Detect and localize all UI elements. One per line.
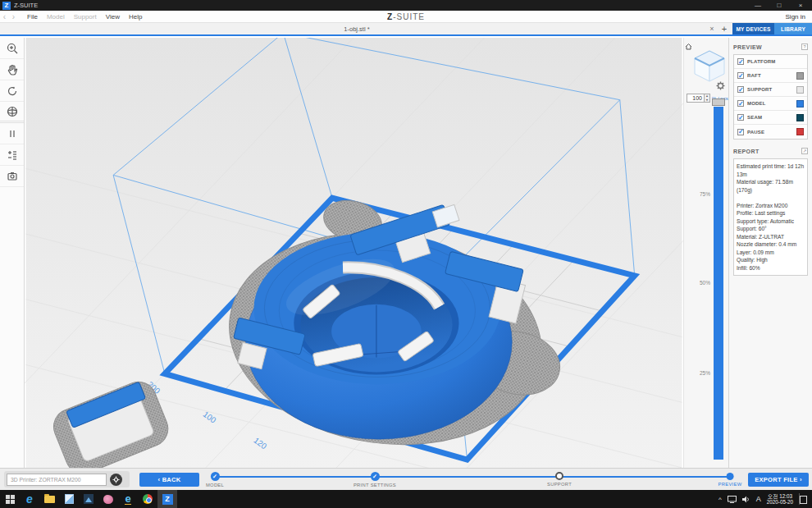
tray-expand-icon[interactable]: ^	[718, 496, 722, 503]
step-preview[interactable]: PREVIEW	[718, 469, 742, 487]
view-toolbar	[0, 38, 25, 468]
file-explorer-icon[interactable]	[39, 490, 59, 508]
rotate-icon[interactable]	[0, 80, 24, 102]
report-support: Support: 60°	[737, 225, 805, 233]
layer-value-stepper[interactable]: ▲▼	[705, 94, 710, 103]
report-infill: Infill: 60%	[737, 264, 805, 272]
step-support-dot-icon	[555, 472, 563, 480]
layer-slider-handle[interactable]	[712, 98, 725, 106]
report-printer: Printer: Zortrax M200	[737, 202, 805, 210]
document-tab[interactable]: 1-obj.stl *	[0, 25, 714, 33]
list-item-raft[interactable]: RAFT	[734, 69, 807, 83]
menu-help[interactable]: Help	[129, 13, 142, 21]
step-model-check-icon	[211, 472, 220, 481]
report-panel-title: REPORT	[733, 149, 760, 154]
brand-logo: Z-SUITE	[0, 12, 812, 21]
close-button[interactable]: ×	[796, 0, 805, 11]
sign-in-link[interactable]: Sign in	[786, 13, 812, 21]
pause-icon[interactable]	[0, 123, 24, 144]
viewport-3d[interactable]: 200 100 120	[25, 38, 683, 468]
orbit-icon[interactable]	[0, 102, 24, 123]
close-tab-icon[interactable]: ×	[707, 25, 717, 33]
menu-bar: ‹ › File Model Support View Help Z-SUITE…	[0, 11, 812, 23]
step-print-settings[interactable]: PRINT SETTINGS	[354, 469, 396, 487]
list-item-support[interactable]: SUPPORT	[734, 83, 807, 97]
step-preview-dot-icon	[727, 473, 734, 480]
step-model[interactable]: MODEL	[206, 469, 224, 487]
layer-value-input[interactable]: 100	[687, 94, 705, 103]
new-tab-icon[interactable]: +	[718, 24, 730, 34]
ime-indicator[interactable]: A	[756, 495, 761, 503]
settings-gear-icon[interactable]	[716, 81, 725, 90]
snapshot-icon[interactable]	[0, 166, 24, 187]
layers-icon[interactable]	[0, 144, 24, 166]
printer-selector[interactable]: 3D Printer: ZORTRAX M200	[7, 474, 107, 486]
list-item-pause[interactable]: PAUSE	[734, 125, 807, 139]
menu-file[interactable]: File	[27, 13, 38, 21]
support-swatch	[796, 86, 804, 94]
minimize-button[interactable]: —	[754, 0, 762, 11]
volume-icon[interactable]	[742, 496, 750, 503]
list-item-seam[interactable]: SEAM	[734, 111, 807, 125]
history-back-icon[interactable]: ‹	[0, 12, 9, 21]
raft-checkbox[interactable]	[737, 72, 744, 79]
seam-swatch	[796, 114, 804, 121]
zsuite-taskbar-icon[interactable]: Z	[157, 490, 177, 508]
paint-app-icon[interactable]	[98, 490, 118, 508]
tab-my-devices[interactable]: MY DEVICES	[732, 23, 774, 34]
export-file-button[interactable]: EXPORT FILE ›	[748, 473, 809, 487]
report-material: Material: Z-ULTRAT	[737, 233, 805, 241]
print-report: Estimated print time: 1d 12h 13m Materia…	[733, 158, 808, 276]
workflow-progress-line	[215, 476, 730, 478]
report-print-time: Estimated print time: 1d 12h 13m	[737, 162, 805, 178]
internet-explorer-icon[interactable]: e	[118, 490, 138, 508]
history-forward-icon[interactable]: ›	[9, 12, 18, 21]
printer-selector-group: 3D Printer: ZORTRAX M200	[4, 471, 130, 487]
photos-app-icon[interactable]	[79, 490, 98, 508]
taskbar-clock[interactable]: 오전 12:03 2020-05-20	[767, 493, 793, 506]
tab-bar: 1-obj.stl * × + MY DEVICES LIBRARY	[0, 23, 812, 36]
chrome-icon[interactable]	[138, 490, 157, 508]
window-title: Z-SUITE	[14, 2, 38, 9]
maximize-button[interactable]: □	[775, 0, 783, 11]
model-checkbox[interactable]	[737, 100, 744, 107]
back-button[interactable]: ‹ BACK	[139, 473, 199, 487]
list-item-platform[interactable]: PLATFORM	[734, 55, 807, 69]
start-button-icon[interactable]	[0, 490, 20, 508]
report-profile: Profile: Last settings	[737, 209, 805, 217]
list-item-model[interactable]: MODEL	[734, 97, 807, 111]
menu-support: Support	[74, 13, 97, 21]
network-icon[interactable]	[728, 496, 737, 503]
zoom-icon[interactable]	[0, 38, 24, 59]
report-layer: Layer: 0.09 mm	[737, 249, 805, 257]
menu-model: Model	[47, 13, 65, 21]
seam-checkbox[interactable]	[737, 114, 744, 121]
tab-library[interactable]: LIBRARY	[774, 23, 812, 34]
step-print-settings-check-icon	[371, 472, 380, 481]
pause-checkbox[interactable]	[737, 129, 744, 135]
notes-app-icon[interactable]	[59, 490, 79, 508]
platform-checkbox[interactable]	[737, 58, 744, 65]
report-material-usage: Material usage: 71.58m (170g)	[737, 178, 805, 194]
notification-center-icon[interactable]	[799, 493, 809, 505]
pan-hand-icon[interactable]	[0, 59, 24, 80]
step-support[interactable]: SUPPORT	[547, 469, 572, 487]
support-checkbox[interactable]	[737, 86, 744, 93]
app-logo-icon: Z	[2, 2, 11, 10]
model-swatch	[796, 100, 804, 108]
view-cube[interactable]	[691, 46, 728, 84]
printer-settings-button[interactable]	[110, 474, 122, 486]
report-nozzle: Nozzle diameter: 0.4 mm	[737, 240, 805, 249]
main-content: 200 100 120	[0, 38, 812, 468]
menu-view[interactable]: View	[106, 13, 120, 21]
windows-taskbar: e e Z ^ A 오전 12:03 2020-05-20	[0, 490, 812, 508]
report-quality: Quality: High	[737, 256, 805, 264]
layer-slider-track[interactable]	[714, 107, 723, 460]
clock-date: 2020-05-20	[767, 499, 793, 506]
preview-help-icon[interactable]: ?	[801, 43, 808, 50]
report-expand-icon[interactable]: ↗	[801, 148, 808, 154]
viewport-3d-scene[interactable]: 200 100 120	[25, 38, 683, 468]
report-support-type: Support type: Automatic	[737, 217, 805, 226]
edge-icon[interactable]: e	[20, 490, 39, 508]
title-bar: Z Z-SUITE — □ ×	[0, 0, 812, 11]
